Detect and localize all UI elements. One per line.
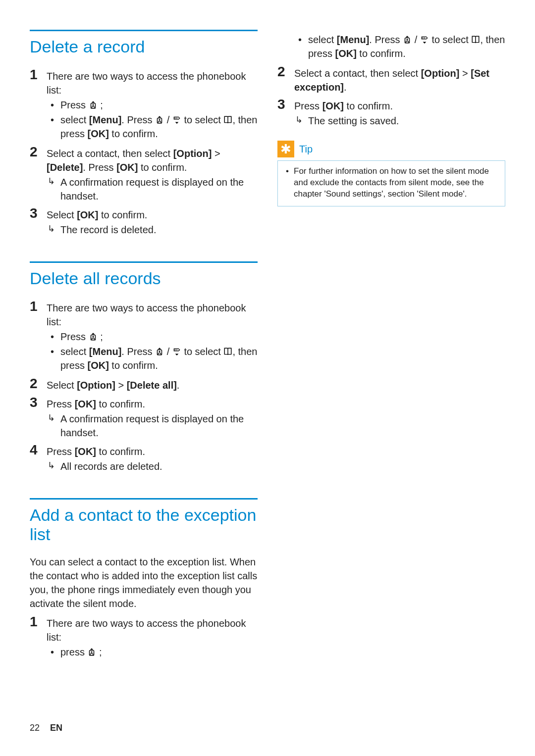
step-number: 2 <box>30 145 47 159</box>
up-contact-icon <box>87 648 96 656</box>
result-text: A confirmation request is displayed on t… <box>47 175 258 203</box>
bullet-list: Press ; select [Menu]. Press / to select… <box>47 330 258 372</box>
step-1-cont: select [Menu]. Press / to select , then … <box>277 30 505 61</box>
step-body: There are two ways to access the phonebo… <box>47 299 258 373</box>
step-body: Press [OK] to confirm. A confirmation re… <box>47 395 258 440</box>
down-redial-icon <box>420 35 429 44</box>
bullet-item: select [Menu]. Press / to select , then … <box>294 33 505 60</box>
svg-point-11 <box>407 39 408 40</box>
step-number: 3 <box>30 206 47 220</box>
step-number: 2 <box>30 376 47 391</box>
bullet-list: Press ; select [Menu]. Press / to select… <box>47 98 258 141</box>
step-number: 1 <box>30 67 47 82</box>
step-body: Select a contact, then select [Option] >… <box>294 64 505 94</box>
tip-block: ✱ Tip For further information on how to … <box>277 141 505 206</box>
tip-header: ✱ Tip <box>277 141 505 157</box>
phonebook-icon <box>471 35 480 44</box>
step-number: 1 <box>30 299 47 313</box>
steps-exception: 1 There are two ways to access the phone… <box>30 614 258 660</box>
step-3: 3 Press [OK] to confirm. A confirmation … <box>30 395 258 440</box>
section-rule <box>30 30 258 31</box>
section-intro: You can select a contact to the exceptio… <box>30 555 258 610</box>
step-body: There are two ways to access the phonebo… <box>47 67 258 142</box>
steps-delete-all: 1 There are two ways to access the phone… <box>30 299 258 473</box>
step-body: select [Menu]. Press / to select , then … <box>294 30 505 61</box>
bullet-item: press ; <box>47 645 258 659</box>
step-body: Select [Option] > [Delete all]. <box>47 376 258 392</box>
tip-label: Tip <box>299 144 313 155</box>
bullet-item: select [Menu]. Press / to select , then … <box>47 345 258 372</box>
steps-exception-cont: select [Menu]. Press / to select , then … <box>277 30 505 128</box>
steps-delete-record: 1 There are two ways to access the phone… <box>30 67 258 237</box>
page-lang: EN <box>50 723 62 733</box>
step-body: There are two ways to access the phonebo… <box>47 614 258 660</box>
page-footer: 22 EN <box>30 723 62 733</box>
step-body: Press [OK] to confirm. The setting is sa… <box>294 97 505 128</box>
phonebook-icon <box>223 115 232 124</box>
svg-point-1 <box>92 104 94 106</box>
step-2: 2 Select a contact, then select [Option]… <box>30 145 258 203</box>
step-1: 1 There are two ways to access the phone… <box>30 299 258 373</box>
bullet-item: Press ; <box>47 98 258 112</box>
bullet-list: press ; <box>47 645 258 659</box>
step-number: 3 <box>277 97 294 111</box>
step-number: 4 <box>30 443 47 457</box>
step-body: Select [OK] to confirm. The record is de… <box>47 206 258 237</box>
step-body: Select a contact, then select [Option] >… <box>47 145 258 203</box>
page-content: Delete a record 1 There are two ways to … <box>30 30 505 663</box>
phonebook-icon <box>223 347 232 356</box>
bullet-item: Press ; <box>47 330 258 344</box>
section-rule <box>30 498 258 500</box>
step-number: 3 <box>30 395 47 409</box>
step-intro: There are two ways to access the phonebo… <box>47 71 246 96</box>
tip-box: For further information on how to set th… <box>277 160 505 206</box>
page-number: 22 <box>30 723 40 733</box>
result-text: All records are deleted. <box>47 459 258 473</box>
up-contact-icon <box>155 347 164 356</box>
step-number: 1 <box>30 614 47 629</box>
step-1: 1 There are two ways to access the phone… <box>30 614 258 660</box>
heading-delete-all: Delete all records <box>30 269 258 288</box>
step-1: 1 There are two ways to access the phone… <box>30 67 258 142</box>
result-text: A confirmation request is displayed on t… <box>47 412 258 440</box>
result-text: The record is deleted. <box>47 223 258 237</box>
section-rule <box>30 261 258 263</box>
bullet-list: select [Menu]. Press / to select , then … <box>294 33 505 60</box>
tip-star-icon: ✱ <box>277 141 294 157</box>
up-contact-icon <box>89 332 98 341</box>
step-4: 4 Press [OK] to confirm. All records are… <box>30 443 258 473</box>
up-contact-icon <box>155 115 164 124</box>
step-2: 2 Select a contact, then select [Option]… <box>277 64 505 94</box>
heading-delete-record: Delete a record <box>30 37 258 56</box>
bullet-item: select [Menu]. Press / to select , then … <box>47 113 258 141</box>
result-text: The setting is saved. <box>294 114 505 128</box>
up-contact-icon <box>403 35 412 44</box>
svg-point-3 <box>159 119 160 121</box>
step-3: 3 Press [OK] to confirm. The setting is … <box>277 97 505 128</box>
step-body: Press [OK] to confirm. All records are d… <box>47 443 258 473</box>
step-3: 3 Select [OK] to confirm. The record is … <box>30 206 258 237</box>
step-number: 2 <box>277 64 294 79</box>
heading-exception: Add a contact to the exception list <box>30 505 258 544</box>
step-2: 2 Select [Option] > [Delete all]. <box>30 376 258 392</box>
down-redial-icon <box>172 115 181 124</box>
svg-point-7 <box>159 351 160 353</box>
right-column: select [Menu]. Press / to select , then … <box>277 30 505 663</box>
svg-point-9 <box>91 652 93 653</box>
up-contact-icon <box>89 101 98 109</box>
svg-point-5 <box>92 336 94 338</box>
tip-text: For further information on how to set th… <box>285 166 498 200</box>
left-column: Delete a record 1 There are two ways to … <box>30 30 258 663</box>
down-redial-icon <box>172 347 181 356</box>
